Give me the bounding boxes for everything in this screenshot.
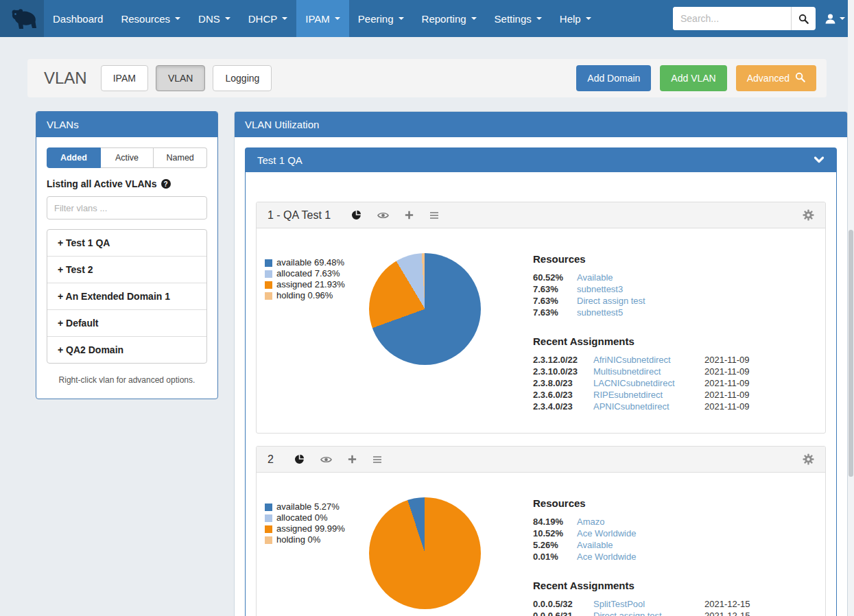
pie-chart-icon[interactable] xyxy=(294,454,305,464)
vlan-group-header[interactable]: Test 1 QA xyxy=(245,147,837,172)
view-button-logging[interactable]: Logging xyxy=(213,65,272,91)
resource-percent: 7.63% xyxy=(533,295,577,307)
scrollbar-thumb[interactable] xyxy=(849,230,853,477)
list-icon[interactable] xyxy=(372,455,382,464)
app-logo[interactable] xyxy=(0,0,44,37)
nav-item-label: Resources xyxy=(121,13,170,25)
vlan-list-item[interactable]: + Test 2 xyxy=(47,257,206,283)
assignment-row: 2.3.12.0/22 AfriNICsubnetdirect 2021-11-… xyxy=(533,354,809,366)
search-icon xyxy=(795,72,805,84)
resource-percent: 7.63% xyxy=(533,307,577,318)
nav-item-ipam[interactable]: IPAM xyxy=(296,0,349,37)
filter-vlans-input[interactable] xyxy=(47,196,207,220)
resources-list: 84.19% Amazo 10.52% Ace Worldwide 5.26% … xyxy=(533,516,809,562)
search-button[interactable] xyxy=(791,7,816,30)
nav-item-help[interactable]: Help xyxy=(551,0,600,37)
resource-link[interactable]: Available xyxy=(577,539,809,551)
action-button-label: Add VLAN xyxy=(671,73,715,84)
assignment-link[interactable]: Multisubnetdirect xyxy=(593,366,704,377)
nav-item-dns[interactable]: DNS xyxy=(189,0,239,37)
nav-item-resources[interactable]: Resources xyxy=(112,0,189,37)
assignment-cidr: 2.3.10.0/23 xyxy=(533,366,593,377)
search-input[interactable] xyxy=(673,7,791,30)
legend-swatch xyxy=(265,504,272,511)
scrollbar[interactable] xyxy=(848,0,854,616)
nav-item-dhcp[interactable]: DHCP xyxy=(239,0,297,37)
eye-icon[interactable] xyxy=(377,211,389,220)
resource-percent: 84.19% xyxy=(533,516,577,528)
nav-item-label: Dashboard xyxy=(53,13,103,25)
gear-icon[interactable] xyxy=(803,453,814,465)
nav-item-peering[interactable]: Peering xyxy=(349,0,413,37)
vlan-utilization-block: 2 xyxy=(256,446,826,616)
pie-chart-icon[interactable] xyxy=(351,210,361,220)
assignment-link[interactable]: Direct assign test xyxy=(593,610,704,616)
resource-link[interactable]: Available xyxy=(577,272,809,283)
caret-down-icon xyxy=(536,17,542,20)
vlan-list-item[interactable]: + Default xyxy=(47,310,206,337)
plus-icon[interactable] xyxy=(405,211,414,220)
resource-link[interactable]: Ace Worldwide xyxy=(577,551,809,562)
legend-swatch xyxy=(265,525,272,533)
caret-down-icon xyxy=(175,17,180,20)
plus-icon[interactable] xyxy=(348,455,357,464)
pie-legend: available 69.48% allocated 7.63% assigne… xyxy=(265,257,369,301)
eye-icon[interactable] xyxy=(320,455,332,464)
vlan-list-item[interactable]: + An Extended Domain 1 xyxy=(47,283,206,310)
assignment-link[interactable]: RIPEsubnetdirect xyxy=(593,389,704,401)
vlan-list-item[interactable]: + Test 1 QA xyxy=(47,230,206,257)
vlan-list-item[interactable]: + QA2 Domain xyxy=(47,337,206,363)
assignment-link[interactable]: AfriNICsubnetdirect xyxy=(593,354,704,366)
advanced-button[interactable]: Advanced xyxy=(736,65,816,91)
assignment-cidr: 2.3.6.0/23 xyxy=(533,389,593,401)
user-menu[interactable] xyxy=(825,13,845,25)
list-icon[interactable] xyxy=(429,211,439,220)
legend-label: available 5.27% xyxy=(276,501,340,512)
assignment-cidr: 2.3.4.0/23 xyxy=(533,401,593,412)
nav-item-label: DNS xyxy=(198,13,220,25)
resource-link[interactable]: subnettest5 xyxy=(577,307,809,318)
assignment-row: 0.0.0.5/32 SplitTestPool 2021-12-15 xyxy=(533,598,809,610)
legend-label: assigned 21.93% xyxy=(276,279,345,290)
assignment-link[interactable]: SplitTestPool xyxy=(593,598,704,610)
pie-chart xyxy=(369,253,481,365)
assignment-link[interactable]: APNICsubnetdirect xyxy=(593,401,704,412)
legend-label: assigned 99.99% xyxy=(276,523,345,534)
main-panel-title: VLAN Utilization xyxy=(235,112,847,137)
vlan-list: + Test 1 QA+ Test 2+ An Extended Domain … xyxy=(47,229,207,364)
tab-named[interactable]: Named xyxy=(154,147,207,168)
view-button-vlan[interactable]: VLAN xyxy=(156,65,206,91)
legend-item: allocated 0% xyxy=(265,512,369,523)
assignment-date: 2021-12-15 xyxy=(704,610,809,616)
chevron-down-icon[interactable] xyxy=(814,155,825,165)
vlan-utilization-panel: VLAN Utilization Test 1 QA 1 - QA Test 1 xyxy=(234,111,848,616)
resource-row: 7.63% Direct assign test xyxy=(533,295,809,307)
legend-swatch xyxy=(265,259,272,267)
add-domain-button[interactable]: Add Domain xyxy=(576,65,651,91)
assignment-link[interactable]: LACNICsubnetdirect xyxy=(593,377,704,389)
add-vlan-button[interactable]: Add VLAN xyxy=(660,65,726,91)
resource-link[interactable]: Amazo xyxy=(577,516,809,528)
resource-link[interactable]: Ace Worldwide xyxy=(577,528,809,539)
nav-item-dashboard[interactable]: Dashboard xyxy=(44,0,112,37)
gear-icon[interactable] xyxy=(803,209,814,221)
vlan-block-title: 1 - QA Test 1 xyxy=(268,209,331,222)
assignment-row: 2.3.8.0/23 LACNICsubnetdirect 2021-11-09 xyxy=(533,377,809,389)
vlan-block-body: available 69.48% allocated 7.63% assigne… xyxy=(257,228,825,433)
tab-active[interactable]: Active xyxy=(101,147,154,168)
view-button-ipam[interactable]: IPAM xyxy=(101,65,148,91)
tab-added[interactable]: Added xyxy=(47,147,101,168)
resource-link[interactable]: Direct assign test xyxy=(577,295,809,307)
caret-down-icon xyxy=(840,17,845,20)
vlan-utilization-block: 1 - QA Test 1 xyxy=(256,202,826,434)
listing-label-text: Listing all Active VLANs xyxy=(47,178,157,189)
help-icon[interactable]: ? xyxy=(161,179,171,189)
legend-item: available 69.48% xyxy=(265,257,369,268)
listing-label: Listing all Active VLANs ? xyxy=(47,178,207,189)
legend-item: allocated 7.63% xyxy=(265,268,369,279)
nav-item-reporting[interactable]: Reporting xyxy=(413,0,486,37)
global-search xyxy=(673,7,816,30)
caret-down-icon xyxy=(586,17,591,20)
nav-item-settings[interactable]: Settings xyxy=(486,0,551,37)
resource-link[interactable]: subnettest3 xyxy=(577,283,809,295)
